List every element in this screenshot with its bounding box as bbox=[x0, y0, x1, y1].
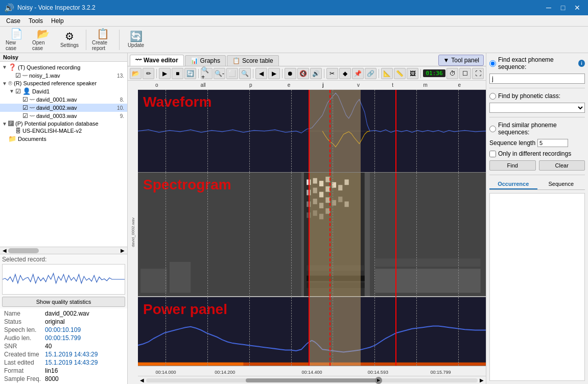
new-case-button[interactable]: 📄 New case bbox=[4, 28, 29, 52]
occurrence-tab[interactable]: Occurrence bbox=[489, 179, 537, 189]
file-tree[interactable]: ▼ ❓ (T) Questioned recording ☑ 〰 noisy_1… bbox=[0, 62, 127, 247]
wave-open-btn[interactable]: 📂 bbox=[130, 68, 142, 79]
wave-vol-btn[interactable]: 🔊 bbox=[310, 68, 322, 79]
scroll-left-btn[interactable]: ◀ bbox=[1, 248, 8, 253]
tree-item-david0003[interactable]: ☑ 〰 david_0003.wav 9. bbox=[0, 112, 127, 120]
settings-button[interactable]: ⚙ Settings bbox=[57, 28, 82, 52]
waveform-panel: Waveform bbox=[138, 90, 486, 173]
svg-rect-35 bbox=[138, 173, 301, 296]
menu-help[interactable]: Help bbox=[47, 16, 68, 26]
wave-measure-btn[interactable]: 📐 bbox=[381, 68, 393, 79]
find-button[interactable]: Find bbox=[489, 160, 536, 171]
wave-stop-btn[interactable]: ■ bbox=[172, 68, 183, 79]
checkbox-noisy1[interactable]: ☑ bbox=[15, 72, 22, 79]
viz-scroll-left[interactable]: ◀ bbox=[140, 377, 144, 383]
prop-last-edited: Last edited 15.1.2019 14:43:29 bbox=[2, 358, 125, 367]
checkbox-d0001[interactable]: ☑ bbox=[22, 96, 30, 103]
toggle-questioned[interactable]: ▼ bbox=[1, 64, 8, 70]
ruler-mark-2: 00:14.200 bbox=[215, 370, 235, 375]
prop-speech-key: Speech len. bbox=[2, 326, 43, 334]
wave-cut-btn[interactable]: ✂ bbox=[326, 68, 338, 79]
clear-button[interactable]: Clear bbox=[539, 160, 585, 171]
d0003-value: 9. bbox=[114, 113, 126, 119]
prop-status: Status original bbox=[2, 318, 125, 326]
toggle-potential[interactable]: ▼ bbox=[1, 121, 8, 127]
seq-length-input[interactable] bbox=[537, 139, 568, 147]
wave-mute-btn[interactable]: 🔇 bbox=[297, 68, 309, 79]
checkbox-d0003[interactable]: ☑ bbox=[22, 112, 30, 119]
tree-item-potential[interactable]: ▼ 🅿 (P) Potential population database bbox=[0, 120, 127, 127]
scroll-right-btn[interactable]: ▶ bbox=[119, 248, 126, 253]
wave-next-btn[interactable]: ▶ bbox=[268, 68, 280, 79]
tab-graphs[interactable]: 📊 Graphs bbox=[185, 55, 226, 66]
only-different-checkbox[interactable] bbox=[489, 151, 496, 157]
wave-search-btn[interactable]: 🔍 bbox=[239, 68, 251, 79]
occ-seq-tabs: Occurrence Sequence bbox=[489, 179, 585, 190]
info-icon[interactable]: i bbox=[578, 60, 585, 67]
svg-rect-16 bbox=[338, 185, 342, 191]
close-button[interactable]: ✕ bbox=[571, 1, 584, 14]
wave-snapshot-btn[interactable]: 🖼 bbox=[407, 68, 418, 79]
wave-prev-btn[interactable]: ◀ bbox=[255, 68, 267, 79]
y-label-strip: david_0002.wav bbox=[128, 81, 138, 384]
score-table-icon: 📋 bbox=[232, 57, 240, 64]
maximize-button[interactable]: □ bbox=[556, 1, 570, 14]
toggle-david1[interactable]: ▼ bbox=[8, 88, 15, 94]
wave-zoom-out-btn[interactable]: 🔍- bbox=[214, 68, 225, 79]
wave-play-btn[interactable]: ▶ bbox=[159, 68, 171, 79]
create-report-button[interactable]: 📋 Create report bbox=[90, 28, 115, 52]
tree-item-noisy1[interactable]: ☑ 〰 noisy_1.wav 13. bbox=[0, 71, 127, 80]
minimize-button[interactable]: ─ bbox=[542, 1, 555, 14]
viz-scroll-thumb[interactable]: ▶ bbox=[246, 378, 379, 382]
tree-item-us-english[interactable]: 🗄 US-ENGLISH-MALE-v2 bbox=[0, 127, 127, 134]
open-case-button[interactable]: 📂 Open case bbox=[31, 28, 55, 52]
tab-score-table[interactable]: 📋 Score table bbox=[227, 55, 279, 66]
phoneme-input[interactable] bbox=[489, 74, 585, 84]
wave-pin-btn[interactable]: 📌 bbox=[352, 68, 364, 79]
d0002-icon: 〰 bbox=[30, 105, 35, 111]
wave-zoom-fit-btn[interactable]: ⬜ bbox=[226, 68, 238, 79]
update-button[interactable]: 🔄 Update bbox=[124, 28, 148, 52]
phonetic-class-dropdown[interactable] bbox=[489, 103, 585, 113]
tree-scrollbar[interactable]: ◀ ▶ bbox=[0, 247, 127, 254]
menu-case[interactable]: Case bbox=[2, 16, 25, 26]
prop-speech-len: Speech len. 00:00:10.109 bbox=[2, 326, 125, 334]
show-quality-button[interactable]: Show quality statistics bbox=[2, 297, 125, 307]
menu-tools[interactable]: Tools bbox=[25, 16, 47, 26]
scroll-thumb[interactable] bbox=[8, 248, 39, 253]
viz-scrollbar[interactable]: ◀ ▶ ▶ bbox=[138, 376, 486, 384]
wave-link-btn[interactable]: 🔗 bbox=[365, 68, 377, 79]
tree-item-questioned[interactable]: ▼ ❓ (T) Questioned recording bbox=[0, 63, 127, 71]
app-title: Noisy - Voice Inspector 3.2.2 bbox=[17, 4, 96, 11]
wave-marker-btn[interactable]: ◆ bbox=[339, 68, 351, 79]
tab-wave-editor[interactable]: 〰 Wave editor bbox=[130, 55, 184, 66]
sequence-tab[interactable]: Sequence bbox=[537, 179, 585, 189]
toggle-ref[interactable]: ▼ bbox=[1, 81, 8, 86]
file-label-vertical: david_0002.wav bbox=[131, 218, 135, 247]
wave-record-btn[interactable]: ⏺ bbox=[285, 68, 296, 79]
find-exact-radio[interactable] bbox=[489, 60, 496, 67]
wave-edit-btn[interactable]: ✏ bbox=[143, 68, 154, 79]
find-phonetic-radio[interactable] bbox=[489, 93, 496, 100]
wave-timer-btn[interactable]: ⏱ bbox=[446, 68, 458, 79]
find-similar-radio[interactable] bbox=[489, 126, 496, 132]
wave-ruler-btn[interactable]: 📏 bbox=[394, 68, 406, 79]
prop-format: Format lin16 bbox=[2, 367, 125, 375]
title-bar-left: 🔊 Noisy - Voice Inspector 3.2.2 bbox=[4, 3, 96, 13]
tree-item-ref-speaker[interactable]: ▼ ® (R) Suspected reference speaker bbox=[0, 80, 127, 87]
checkbox-d0002[interactable]: ☑ bbox=[22, 104, 30, 111]
viz-scroll-right[interactable]: ▶ bbox=[480, 377, 484, 383]
wave-refresh-btn[interactable]: 🔄 bbox=[184, 68, 196, 79]
tool-panel-button[interactable]: ▼ Tool panel bbox=[438, 55, 484, 66]
scroll-marker[interactable]: ▶ bbox=[375, 377, 382, 384]
tree-item-david1[interactable]: ▼ ☑ 👤 David1 bbox=[0, 87, 127, 95]
wave-fullscreen-btn[interactable]: ⛶ bbox=[472, 68, 484, 79]
wave-zoom-in-btn[interactable]: 🔍+ bbox=[201, 68, 213, 79]
wave-checkbox-btn[interactable]: ☐ bbox=[459, 68, 471, 79]
noisy1-value: 13. bbox=[114, 73, 126, 79]
tree-item-david0001[interactable]: ☑ 〰 david_0001.wav 8. bbox=[0, 95, 127, 104]
tree-item-documents[interactable]: 📁 Documents bbox=[0, 134, 127, 143]
svg-rect-11 bbox=[307, 190, 311, 196]
tree-item-david0002[interactable]: ☑ 〰 david_0002.wav 10. bbox=[0, 104, 127, 112]
checkbox-david1[interactable]: ☑ bbox=[15, 88, 22, 95]
